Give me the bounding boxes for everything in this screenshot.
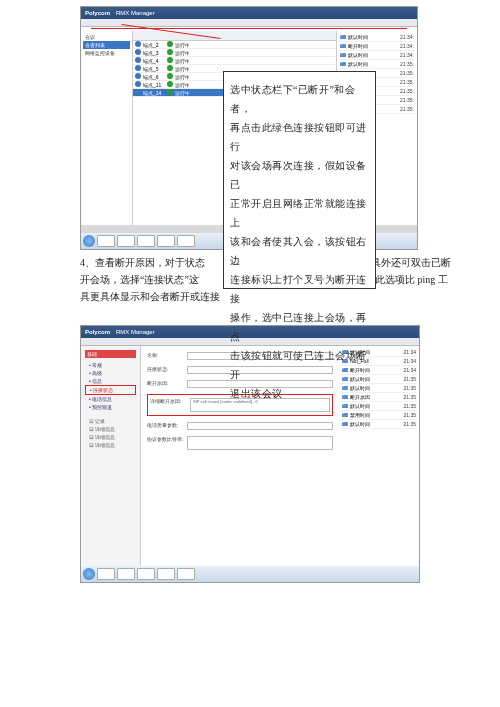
cat-item[interactable]: • 预留频道 (85, 403, 136, 411)
tooltip-line: 操作，选中已连接上会场，再点 (230, 308, 369, 346)
task-item[interactable] (157, 568, 175, 580)
right-row[interactable]: 默认时间21:34: (339, 51, 415, 60)
task-item[interactable] (177, 235, 195, 247)
field-cq[interactable] (187, 422, 333, 430)
start-button[interactable] (83, 235, 95, 247)
task-item[interactable] (137, 568, 155, 580)
label-detail: 详细断开原因: (150, 398, 190, 404)
titlebar: Polycom RMX Manager (81, 7, 417, 19)
cat-item[interactable]: 日 详细信息 (85, 441, 136, 449)
tooltip-line: 再点击此绿色连接按钮即可进行 (230, 118, 369, 156)
tree-item[interactable]: 网络监控设备 (83, 49, 130, 57)
app-name: RMX Manager (116, 10, 155, 16)
cat-item[interactable]: 日 详细信息 (85, 425, 136, 433)
label-cq: 电话质量参数: (147, 422, 187, 428)
right-row[interactable]: 默认时间21:34: (339, 33, 415, 42)
cat-item[interactable]: • 高级 (85, 369, 136, 377)
grid-header (133, 31, 336, 41)
task-item[interactable] (177, 568, 195, 580)
folder-icon (340, 62, 346, 66)
grid-row[interactable]: 端点_4运行中 (133, 57, 336, 65)
tooltip-line: 连接标识上打个叉号为断开连接 (230, 270, 369, 308)
tree-item[interactable]: 会者列表 (83, 41, 130, 49)
label-status: 连接状态: (147, 366, 187, 372)
tooltip-line: 选中状态栏下“已断开”和会者， (230, 80, 369, 118)
tree-item[interactable]: 会议 (83, 33, 130, 41)
folder-icon (340, 35, 346, 39)
task-item[interactable] (97, 568, 115, 580)
field-rate[interactable] (187, 436, 333, 450)
right-row[interactable]: 默认时间21:35: (339, 60, 415, 69)
grid-row[interactable]: 端点_2运行中 (133, 41, 336, 49)
brand-label: Polycom (85, 329, 110, 335)
cat-item[interactable]: • 电话信息 (85, 395, 136, 403)
start-button[interactable] (83, 568, 95, 580)
folder-icon (342, 413, 348, 417)
task-item[interactable] (137, 235, 155, 247)
cat-item[interactable]: • 信息 (85, 377, 136, 385)
task-item[interactable] (117, 235, 135, 247)
task-item[interactable] (157, 235, 175, 247)
cat-item[interactable]: • 常规 (85, 361, 136, 369)
task-item[interactable] (97, 235, 115, 247)
brand-label: Polycom (85, 10, 110, 16)
text: 具更具体显示和会者断开或连接 (80, 291, 220, 302)
right-row[interactable]: 默认时间21:35 (341, 402, 417, 411)
annotation-tooltip: 选中状态栏下“已断开”和会者， 再点击此绿色连接按钮即可进行 对该会场再次连接，… (223, 71, 376, 289)
tooltip-line: 正常开启且网络正常就能连接上 (230, 194, 369, 232)
right-row[interactable]: 断开时间21:34: (339, 42, 415, 51)
tooltip-line: 击该按钮就可使已连上会场断开 (230, 346, 369, 384)
taskbar (81, 566, 419, 582)
category-title: 基础 (85, 350, 136, 358)
label-name: 名称: (147, 352, 187, 358)
folder-icon (342, 422, 348, 426)
app-name: RMX Manager (116, 329, 155, 335)
text: 开会场，选择“连接状态”这 (80, 274, 199, 285)
label-reason: 断开原因: (147, 380, 187, 386)
tooltip-line: 对该会场再次连接，假如设备已 (230, 156, 369, 194)
cat-item-selected[interactable]: • 连接状态 (85, 385, 136, 395)
cat-item[interactable]: 日 详细信息 (85, 433, 136, 441)
grid-row[interactable]: 端点_3运行中 (133, 49, 336, 57)
left-tree-pane: 会议 会者列表 网络监控设备 (81, 31, 133, 225)
task-item[interactable] (117, 568, 135, 580)
cat-item[interactable]: 日 记录 (85, 417, 136, 425)
tooltip-line: 退出该会议 (230, 384, 369, 403)
folder-icon (340, 53, 346, 57)
text: 4、查看断开原因，对于状态 (80, 257, 205, 268)
folder-icon (342, 404, 348, 408)
tooltip-line: 该和会者使其入会，该按钮右边 (230, 232, 369, 270)
right-row[interactable]: 禁用时间21:35 (341, 411, 417, 420)
folder-icon (340, 44, 346, 48)
label-rate: 协议参数比特率: (147, 436, 187, 442)
category-sidebar: 基础 • 常规 • 高级 • 信息 • 连接状态 • 电话信息 • 预留频道 日… (81, 346, 141, 566)
right-row[interactable]: 默认时间21:35 (341, 420, 417, 429)
